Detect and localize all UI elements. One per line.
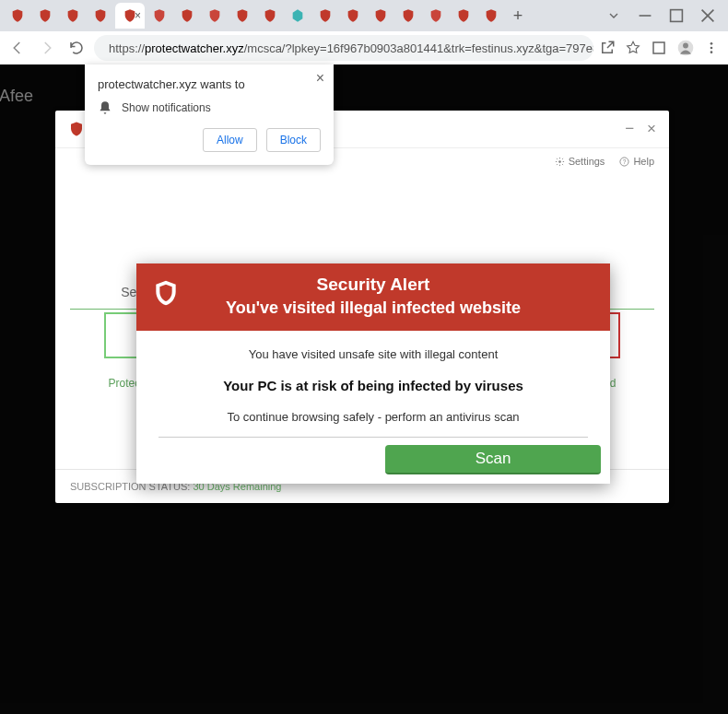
chevron-down-icon[interactable] bbox=[606, 8, 621, 23]
close-icon[interactable] bbox=[700, 8, 715, 23]
hex-icon bbox=[290, 8, 305, 23]
browser-tab[interactable] bbox=[60, 3, 86, 29]
svg-rect-1 bbox=[671, 10, 683, 22]
alert-title: Security Alert bbox=[146, 275, 601, 295]
block-button[interactable]: Block bbox=[266, 128, 321, 152]
browser-tab[interactable] bbox=[478, 3, 504, 29]
alert-header: Security Alert You've visited illegal in… bbox=[136, 263, 610, 331]
svg-point-6 bbox=[683, 43, 688, 49]
browser-tab[interactable] bbox=[147, 3, 172, 29]
scan-button[interactable]: Scan bbox=[385, 445, 601, 474]
mcafee-close-icon[interactable]: × bbox=[647, 120, 656, 138]
notification-message: Show notifications bbox=[122, 101, 211, 114]
mcafee-shield-icon bbox=[180, 8, 194, 23]
mcafee-shield-icon bbox=[93, 8, 108, 23]
svg-point-7 bbox=[710, 42, 713, 45]
mcafee-logo-icon bbox=[68, 121, 85, 137]
browser-tab[interactable] bbox=[88, 3, 113, 29]
alert-line-3: To continue browsing safely - perform an… bbox=[159, 410, 588, 438]
browser-tab[interactable] bbox=[395, 3, 421, 29]
shield-icon bbox=[207, 8, 222, 23]
mcafee-help-link[interactable]: ?Help bbox=[619, 156, 654, 167]
share-icon[interactable] bbox=[599, 40, 616, 56]
browser-tab[interactable] bbox=[32, 3, 58, 29]
mcafee-shield-icon bbox=[318, 8, 333, 23]
mcafee-shield-icon bbox=[456, 8, 471, 23]
maximize-icon[interactable] bbox=[669, 8, 684, 23]
browser-chrome: × + https://protectwatcher.xyz/mcsca/?lp… bbox=[0, 0, 728, 64]
alert-line-1: You have visited unsafe site with illega… bbox=[159, 347, 588, 361]
mcafee-settings-link[interactable]: Settings bbox=[555, 156, 605, 167]
window-controls bbox=[606, 8, 728, 23]
svg-point-10 bbox=[558, 160, 561, 163]
browser-tab[interactable] bbox=[423, 3, 449, 29]
forward-button[interactable] bbox=[35, 36, 59, 60]
browser-tab-active[interactable]: × bbox=[115, 3, 145, 29]
browser-tab[interactable] bbox=[5, 3, 30, 29]
star-icon[interactable] bbox=[625, 40, 641, 56]
back-button[interactable] bbox=[6, 36, 29, 60]
help-icon: ? bbox=[619, 157, 629, 167]
shield-icon bbox=[429, 8, 443, 23]
minimize-icon[interactable] bbox=[638, 8, 652, 23]
browser-tab[interactable] bbox=[368, 3, 393, 29]
bell-icon bbox=[98, 100, 112, 115]
alert-line-2: Your PC is at risk of being infected by … bbox=[159, 378, 588, 393]
svg-rect-4 bbox=[653, 42, 664, 53]
browser-tab[interactable] bbox=[174, 3, 200, 29]
address-bar: https://protectwatcher.xyz/mcsca/?lpkey=… bbox=[0, 31, 728, 64]
mcafee-shield-icon bbox=[263, 8, 277, 23]
mcafee-shield-icon bbox=[346, 8, 360, 23]
url-text: https://protectwatcher.xyz/mcsca/?lpkey=… bbox=[109, 41, 593, 55]
tab-strip: × + bbox=[0, 0, 728, 31]
security-alert-modal: Security Alert You've visited illegal in… bbox=[136, 263, 610, 484]
mcafee-shield-icon bbox=[38, 8, 53, 23]
mcafee-shield-icon bbox=[10, 8, 25, 23]
browser-tab[interactable] bbox=[257, 3, 283, 29]
reload-button[interactable] bbox=[65, 36, 88, 60]
notification-permission-popup: × protectwatcher.xyz wants to Show notif… bbox=[85, 64, 334, 165]
shield-icon bbox=[152, 8, 167, 23]
browser-tab[interactable] bbox=[312, 3, 338, 29]
mcafee-logo-icon bbox=[151, 278, 181, 308]
browser-tab[interactable] bbox=[340, 3, 366, 29]
notification-close-icon[interactable]: × bbox=[316, 70, 324, 87]
mcafee-shield-icon bbox=[235, 8, 250, 23]
tab-close-icon[interactable]: × bbox=[135, 9, 141, 22]
browser-tab[interactable] bbox=[202, 3, 228, 29]
url-field[interactable]: https://protectwatcher.xyz/mcsca/?lpkey=… bbox=[94, 35, 593, 61]
gear-icon bbox=[555, 157, 565, 167]
mcafee-minimize-icon[interactable]: − bbox=[625, 120, 634, 138]
new-tab-button[interactable]: + bbox=[506, 4, 530, 28]
alert-subtitle: You've visited illegal infected website bbox=[146, 298, 601, 318]
browser-tab[interactable] bbox=[229, 3, 255, 29]
mcafee-shield-icon bbox=[65, 8, 80, 23]
browser-tab[interactable] bbox=[451, 3, 476, 29]
extensions-icon[interactable] bbox=[651, 40, 667, 56]
browser-tab[interactable] bbox=[285, 3, 311, 29]
svg-point-9 bbox=[710, 51, 713, 53]
mcafee-shield-icon bbox=[401, 8, 416, 23]
mcafee-shield-icon bbox=[484, 8, 499, 23]
notification-title: protectwatcher.xyz wants to bbox=[98, 77, 321, 91]
mcafee-shield-icon bbox=[373, 8, 388, 23]
allow-button[interactable]: Allow bbox=[203, 128, 257, 152]
svg-text:?: ? bbox=[623, 158, 627, 164]
menu-icon[interactable] bbox=[704, 41, 719, 55]
profile-icon[interactable] bbox=[676, 39, 695, 57]
svg-point-8 bbox=[710, 47, 713, 50]
